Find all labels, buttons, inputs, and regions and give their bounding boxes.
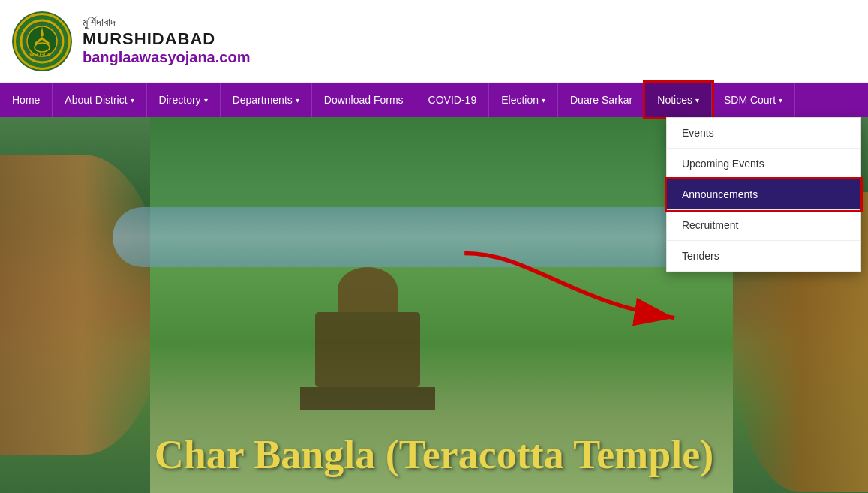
website-url[interactable]: banglaawasyojana.com xyxy=(83,49,250,66)
hero-title: Char Bangla (Teracotta Temple) xyxy=(0,431,868,478)
chevron-down-icon: ▾ xyxy=(131,96,134,104)
svg-text:WB GOVT: WB GOVT xyxy=(29,52,55,57)
nav-about-district[interactable]: About District ▾ xyxy=(53,83,146,117)
header-text: মুর্শিদাবাদ MURSHIDABAD banglaawasyojana… xyxy=(83,16,250,66)
notices-dropdown: Events Upcoming Events Announcements Rec… xyxy=(666,117,861,272)
dropdown-recruitment[interactable]: Recruitment xyxy=(667,210,860,241)
chevron-down-icon: ▾ xyxy=(695,96,699,104)
nav-election[interactable]: Election ▾ xyxy=(489,83,558,117)
dropdown-tenders[interactable]: Tenders xyxy=(667,241,860,272)
chevron-down-icon: ▾ xyxy=(779,96,782,104)
chevron-down-icon: ▾ xyxy=(296,96,299,104)
nav-departments[interactable]: Departments ▾ xyxy=(221,83,312,117)
nav-notices[interactable]: Notices ▾ Events Upcoming Events Announc… xyxy=(645,83,712,117)
dropdown-events[interactable]: Events xyxy=(667,118,860,149)
site-header: WB GOVT মুর্শিদাবাদ MURSHIDABAD banglaaw… xyxy=(0,0,868,83)
nav-download-forms[interactable]: Download Forms xyxy=(312,83,416,117)
chevron-down-icon: ▾ xyxy=(542,96,545,104)
bengali-title: মুর্শিদাবাদ xyxy=(83,16,250,29)
temple-center xyxy=(300,267,435,410)
nav-directory[interactable]: Directory ▾ xyxy=(147,83,221,117)
nav-duare-sarkar[interactable]: Duare Sarkar xyxy=(558,83,645,117)
english-title: MURSHIDABAD xyxy=(83,29,250,49)
dropdown-upcoming-events[interactable]: Upcoming Events xyxy=(667,149,860,179)
dropdown-announcements[interactable]: Announcements xyxy=(667,179,860,210)
logo-circle: WB GOVT xyxy=(14,13,71,70)
chevron-down-icon: ▾ xyxy=(204,96,208,104)
nav-home[interactable]: Home xyxy=(0,83,53,117)
logo: WB GOVT xyxy=(12,11,72,71)
temple-left-decoration xyxy=(0,155,165,455)
nav-sdm-court[interactable]: SDM Court ▾ xyxy=(712,83,795,117)
nav-covid[interactable]: COVID-19 xyxy=(416,83,490,117)
main-navbar: Home About District ▾ Directory ▾ Depart… xyxy=(0,83,868,117)
logo-svg: WB GOVT xyxy=(20,19,65,64)
